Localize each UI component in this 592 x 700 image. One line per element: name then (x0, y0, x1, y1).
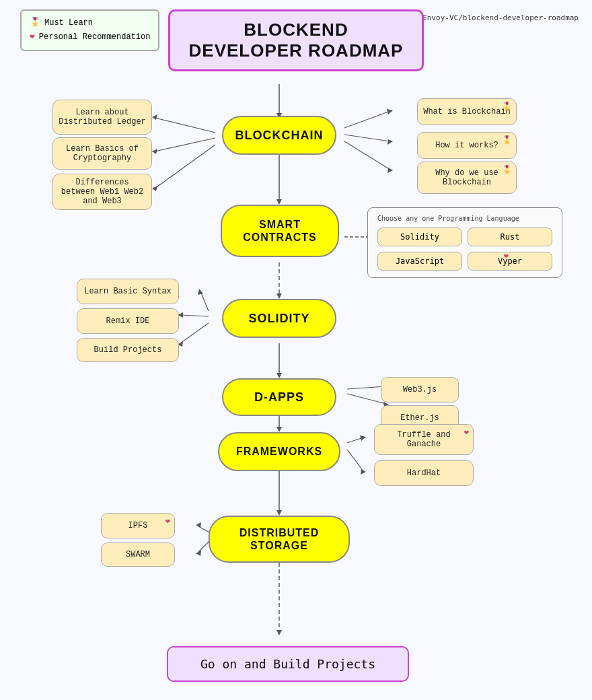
dapps-right-1: Web3.js (381, 377, 459, 403)
blockchain-node: BLOCKCHAIN (222, 116, 336, 155)
choice-solidity: Solidity (377, 228, 462, 246)
solidity-left-1: Learn Basic Syntax (77, 279, 179, 304)
svg-line-20 (344, 111, 390, 128)
svg-line-28 (200, 291, 209, 311)
svg-line-38 (347, 438, 363, 443)
blockchain-right-3: 🎖️ Why do we use Blockchain (417, 162, 517, 194)
svg-marker-19 (152, 186, 157, 191)
smart-contracts-node: SMART CONTRACTS (221, 205, 339, 257)
dapps-node: D-APPS (222, 378, 336, 416)
svg-marker-13 (276, 630, 282, 635)
svg-marker-5 (276, 293, 282, 299)
blockchain-left-3: Differences between Web1 Web2 and Web3 (52, 174, 152, 210)
frameworks-right-1: ❤️ Truffle and Ganache (374, 424, 474, 455)
svg-marker-15 (152, 114, 157, 120)
svg-marker-25 (387, 168, 393, 173)
github-text: Envoy-VC/blockend-developer-roadmap (422, 13, 579, 22)
github-link: ⚙ Envoy-VC/blockend-developer-roadmap (414, 13, 579, 22)
blockchain-left-2: Learn Basics of Cryptography (52, 137, 152, 170)
solidity-left-2: Remix IDE (77, 308, 179, 334)
title-line2: DEVELOPER ROADMAP (177, 40, 415, 61)
distributed-left-2: SWARM (101, 542, 175, 567)
choice-vyper: ❤️ Vyper (468, 252, 552, 271)
svg-line-40 (347, 450, 363, 471)
svg-marker-43 (196, 522, 201, 528)
legend-personal: ❤️ Personal Recommendation (30, 30, 150, 44)
legend-must-label: Must Learn (44, 17, 93, 30)
blockchain-left-1: Learn about Distributed Ledger (52, 100, 152, 135)
choice-container: Choose any one Programming Language Soli… (367, 207, 562, 278)
blockchain-right-2: 🎖️ How it works? (417, 132, 517, 159)
svg-marker-21 (387, 109, 393, 114)
page: 🎖️ Must Learn ❤️ Personal Recommendation… (0, 0, 592, 700)
svg-line-32 (180, 323, 209, 343)
legend-personal-label: Personal Recommendation (39, 31, 151, 44)
svg-marker-29 (198, 289, 203, 295)
solidity-node: SOLIDITY (222, 299, 336, 338)
heart-icon: ❤️ (30, 30, 35, 44)
final-box: Go on and Build Projects (167, 646, 409, 682)
svg-marker-39 (360, 435, 366, 441)
svg-marker-45 (196, 551, 201, 556)
frameworks-node: FRAMEWORKS (218, 432, 340, 471)
svg-marker-9 (276, 427, 282, 432)
legend-box: 🎖️ Must Learn ❤️ Personal Recommendation (20, 9, 159, 51)
svg-marker-41 (361, 469, 366, 475)
svg-marker-23 (387, 139, 393, 145)
svg-marker-11 (276, 510, 282, 516)
svg-marker-3 (276, 199, 282, 205)
choice-grid: Solidity Rust JavaScript ❤️ Vyper (377, 228, 552, 271)
blockchain-right-1: 🎖️ What is Blockchain (417, 98, 517, 125)
final-text: Go on and Build Projects (200, 657, 375, 671)
distributed-storage-node: DISTRIBUTED STORAGE (209, 516, 350, 563)
frameworks-right-2: HardHat (374, 460, 474, 486)
choice-javascript: JavaScript (377, 252, 462, 271)
svg-marker-17 (152, 149, 157, 154)
solidity-left-3: Build Projects (77, 338, 179, 362)
svg-line-30 (180, 315, 209, 316)
svg-line-14 (155, 118, 215, 133)
svg-line-24 (344, 141, 390, 170)
svg-line-18 (155, 145, 215, 188)
choice-label: Choose any one Programming Language (377, 215, 552, 222)
legend-must-learn: 🎖️ Must Learn (30, 16, 150, 30)
title-box: BLOCKEND DEVELOPER ROADMAP (168, 9, 424, 71)
ribbon-icon: 🎖️ (30, 16, 40, 30)
distributed-left-1: ❤️ IPFS (101, 513, 175, 538)
svg-line-22 (344, 135, 390, 141)
choice-rust: Rust (468, 228, 552, 246)
title-line1: BLOCKEND (177, 20, 415, 40)
svg-line-16 (155, 138, 215, 151)
svg-marker-7 (276, 373, 282, 378)
